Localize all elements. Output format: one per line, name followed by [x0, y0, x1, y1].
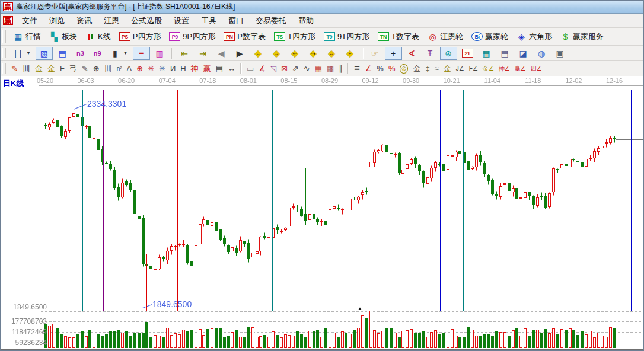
calendar-button[interactable]: 21 — [458, 47, 477, 59]
minute9-bars-button[interactable]: n9 — [90, 47, 106, 60]
time-lines-button[interactable]: 卌 — [103, 62, 114, 75]
parallel-lines-button[interactable]: ∥ — [337, 63, 345, 74]
gann-time-line[interactable] — [486, 90, 486, 311]
t-square-button[interactable]: TST四方形 — [270, 30, 319, 44]
pencil-ruler-button[interactable]: ✎ — [80, 63, 90, 74]
gann-anchor-button[interactable]: Ŧ — [422, 47, 439, 60]
wave-mark-button[interactable]: И — [168, 63, 177, 74]
gold-circle-button[interactable]: 金 — [398, 63, 410, 75]
menu-file[interactable]: 文件 — [16, 14, 43, 27]
winner-service-button[interactable]: $赢家服务 — [557, 30, 607, 44]
gann-fan-button[interactable]: ∡ — [257, 63, 267, 74]
ninep-square-button[interactable]: P99P四方形 — [165, 30, 219, 44]
gann-web-button[interactable]: ✳ — [146, 63, 156, 74]
hand-tool-button[interactable]: ☞ — [366, 47, 384, 60]
stretch-axis-button[interactable]: ◆↔ — [323, 47, 340, 60]
kline-style-dropdown[interactable]: ▮▼ — [107, 47, 132, 60]
go-last-button[interactable]: ⇥ — [195, 47, 212, 60]
menu-trade-order[interactable]: 交易委托 — [250, 14, 292, 27]
prev-bar-button[interactable]: ◀ — [213, 47, 230, 60]
pan-left-button[interactable]: ◆← — [250, 47, 267, 60]
winner-wheel-button[interactable]: Bi赢家轮 — [468, 30, 512, 44]
box-tool-button[interactable]: ▭ — [245, 63, 256, 74]
grid-red-button[interactable]: ▦ — [313, 63, 324, 74]
square-of-nine-button[interactable]: n² — [115, 64, 124, 73]
gann-time-line[interactable] — [82, 90, 83, 311]
sectors-button[interactable]: ▚板块 — [46, 30, 81, 44]
h-mark-button[interactable]: H — [178, 63, 187, 74]
grid-arrow-button[interactable]: ▩ — [325, 63, 336, 74]
gold-angle-button[interactable]: 金∠ — [481, 63, 496, 74]
j-angle-button[interactable]: J∠ — [454, 64, 466, 73]
t-number-table-button[interactable]: TNT数字表 — [374, 30, 423, 44]
web-export-button[interactable]: ◍ — [533, 47, 550, 60]
menu-formula-stock-pick[interactable]: 公式选股 — [125, 14, 168, 27]
angle-measure-button[interactable]: ∢ — [403, 47, 420, 60]
crosshair-tool-button[interactable]: + — [385, 47, 402, 60]
gann-time-line[interactable] — [68, 90, 68, 311]
save-button[interactable]: ◪ — [515, 47, 532, 60]
pin-draw-button[interactable]: ‡ — [423, 63, 431, 74]
market-quotes-button[interactable]: ▦行情 — [9, 30, 44, 44]
menu-window[interactable]: 窗口 — [222, 14, 250, 27]
memo-button[interactable]: ▤ — [496, 47, 514, 60]
gann-time-line[interactable] — [250, 90, 250, 311]
gann-time-line[interactable] — [272, 90, 273, 311]
calculator-button[interactable]: ▦ — [478, 47, 495, 60]
spiral-button[interactable]: 弓 — [68, 62, 79, 75]
gann-web-box-button[interactable]: ✳ — [157, 63, 167, 74]
gann-time-line[interactable] — [295, 90, 295, 311]
go-first-button[interactable]: ⇤ — [176, 47, 193, 60]
shen-angle-button[interactable]: 神∠ — [497, 63, 512, 74]
gann-time-line[interactable] — [177, 90, 178, 311]
angle-line-button[interactable]: ∠ — [364, 63, 374, 74]
ruler-123-button[interactable]: ▤ — [214, 63, 225, 74]
shen-tool-button[interactable]: 神 — [189, 62, 200, 75]
draw-pencil-button[interactable]: ✎ — [9, 63, 20, 74]
percent-line-button[interactable]: % — [387, 63, 397, 74]
gann-time-line[interactable] — [463, 90, 464, 311]
menu-news[interactable]: 资讯 — [71, 14, 98, 27]
gold-lines-button[interactable]: 金 — [411, 62, 422, 75]
minute3-bars-button[interactable]: n3 — [72, 47, 88, 60]
golden-section-h-button[interactable]: 金 — [33, 62, 44, 75]
gann-time-line[interactable] — [631, 90, 632, 311]
gann-model-button[interactable]: ⊛ — [440, 47, 457, 60]
zigzag-button[interactable]: ∿ — [302, 63, 312, 74]
menu-help[interactable]: 帮助 — [292, 14, 320, 27]
measure-button[interactable]: ↔ — [226, 63, 237, 74]
p-square-button[interactable]: PSP四方形 — [116, 30, 165, 44]
gann-circle-button[interactable]: ⊕ — [91, 63, 101, 74]
chip-distribution-button[interactable]: ▧ — [36, 47, 53, 60]
f-angle-button[interactable]: F∠ — [467, 64, 480, 73]
ninet-square-button[interactable]: T99T四方形 — [320, 30, 373, 44]
zoom-in-button[interactable]: ◆⇠ — [286, 47, 304, 60]
fibonacci-button[interactable]: F — [58, 63, 66, 74]
price-scale-button[interactable]: ≣ — [352, 63, 362, 74]
gann-time-line[interactable] — [103, 90, 104, 311]
ying-tool-button[interactable]: 赢 — [202, 62, 213, 75]
center-view-button[interactable]: ◆+ — [342, 47, 359, 60]
hexagon-button[interactable]: ◈六角形 — [513, 30, 556, 44]
menu-tools[interactable]: 工具 — [195, 14, 222, 27]
print-button[interactable]: ▣ — [551, 47, 569, 60]
trend-rays-button[interactable]: ⇗ — [291, 63, 301, 74]
period-day-dropdown[interactable]: 日▼ — [9, 47, 34, 60]
red-target-button[interactable]: ⊕ — [135, 63, 145, 74]
percent-button[interactable]: % — [375, 63, 385, 74]
gann-time-line[interactable] — [440, 90, 441, 311]
next-bar-button[interactable]: ▶ — [231, 47, 248, 60]
volume-profile-button[interactable]: ▥ — [151, 47, 168, 60]
pan-right-button[interactable]: ◆→ — [268, 47, 285, 60]
chip-peak-button[interactable]: ≡ — [133, 47, 150, 60]
menu-settings[interactable]: 设置 — [168, 14, 195, 27]
gann-lines-button[interactable]: 卌 — [21, 62, 32, 75]
gold-underline-button[interactable]: 金 — [442, 62, 453, 75]
golden-section-v-button[interactable]: 金 — [46, 62, 57, 75]
text-label-button[interactable]: A — [125, 63, 134, 74]
wave-band-button[interactable]: ≈ — [433, 63, 441, 74]
kline-button[interactable]: K线 — [82, 30, 114, 44]
menu-browse[interactable]: 浏览 — [43, 14, 71, 27]
kline-canvas[interactable] — [1, 76, 644, 351]
gann-time-line[interactable] — [368, 90, 368, 311]
